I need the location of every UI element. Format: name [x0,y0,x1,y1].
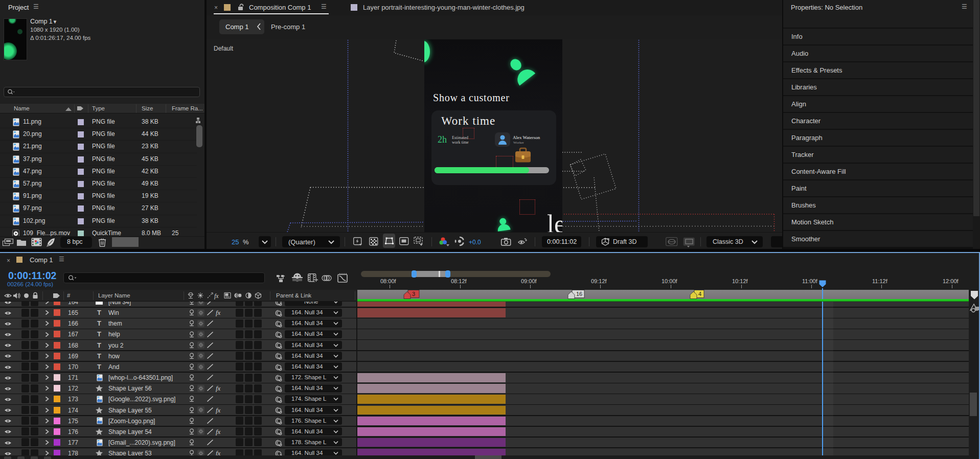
svg-text:fx: fx [214,292,219,300]
